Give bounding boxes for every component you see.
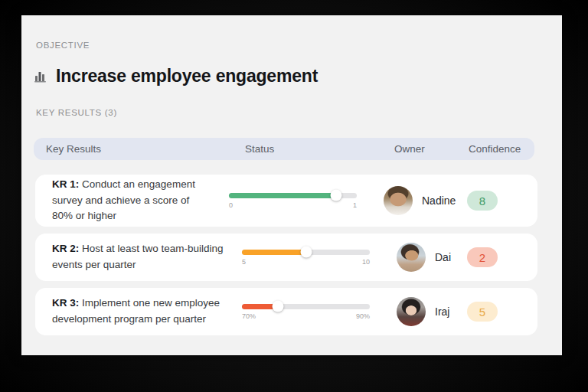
- status-slider[interactable]: 0 1: [229, 193, 357, 209]
- page-title: Increase employee engagement: [56, 66, 318, 87]
- slider-max-label: 90%: [356, 312, 370, 320]
- objective-title-row: Increase employee engagement: [34, 66, 318, 87]
- slider-min-label: 0: [229, 201, 233, 209]
- slider-handle[interactable]: [272, 301, 283, 312]
- table-header: Key Results Status Owner Confidence: [34, 138, 534, 160]
- owner-name: Iraj: [435, 305, 467, 318]
- objective-label: OBJECTIVE: [36, 41, 90, 50]
- slider-fill: [242, 250, 306, 255]
- grunge-frame: OBJECTIVE Increase employee engagement K…: [0, 0, 588, 392]
- slider-max-label: 1: [353, 201, 357, 209]
- key-result-text: KR 3: Implement one new employee develop…: [52, 296, 242, 328]
- kr-label: KR 3:: [52, 297, 79, 309]
- slider-fill: [229, 193, 336, 198]
- owner-name: Nadine: [422, 194, 467, 207]
- bar-chart-icon: [34, 69, 48, 83]
- key-result-row-1[interactable]: KR 1: Conduct an engagement survey and a…: [35, 175, 537, 227]
- key-result-text: KR 1: Conduct an engagement survey and a…: [52, 177, 207, 225]
- column-header-status: Status: [245, 143, 274, 155]
- column-header-confidence: Confidence: [469, 143, 521, 155]
- slider-track[interactable]: [242, 250, 370, 255]
- slider-track[interactable]: [242, 304, 370, 309]
- owner-avatar[interactable]: [384, 186, 413, 215]
- owner-avatar[interactable]: [397, 243, 426, 272]
- slider-scale: 70% 90%: [242, 312, 370, 320]
- okr-panel: OBJECTIVE Increase employee engagement K…: [21, 15, 562, 355]
- key-result-row-3[interactable]: KR 3: Implement one new employee develop…: [35, 288, 537, 335]
- slider-max-label: 10: [362, 258, 370, 266]
- slider-track[interactable]: [229, 193, 357, 198]
- confidence-badge[interactable]: 5: [467, 302, 498, 322]
- slider-handle[interactable]: [300, 247, 312, 258]
- confidence-badge[interactable]: 2: [467, 247, 498, 267]
- key-results-count-label: KEY RESULTS (3): [36, 108, 117, 117]
- kr-label: KR 1:: [52, 178, 79, 190]
- status-slider[interactable]: 5 10: [242, 250, 370, 266]
- kr-label: KR 2:: [52, 243, 79, 254]
- column-header-owner: Owner: [394, 143, 425, 155]
- slider-handle[interactable]: [331, 190, 342, 201]
- slider-min-label: 5: [242, 258, 246, 266]
- column-header-key-results: Key Results: [46, 143, 101, 155]
- slider-scale: 5 10: [242, 258, 370, 266]
- status-slider[interactable]: 70% 90%: [242, 304, 370, 320]
- slider-min-label: 70%: [242, 312, 256, 320]
- confidence-badge[interactable]: 8: [467, 191, 498, 211]
- key-result-row-2[interactable]: KR 2: Host at least two team-building ev…: [35, 234, 537, 281]
- slider-scale: 0 1: [229, 201, 357, 209]
- key-result-text: KR 2: Host at least two team-building ev…: [52, 241, 242, 273]
- owner-avatar[interactable]: [397, 297, 426, 326]
- owner-name: Dai: [435, 251, 467, 263]
